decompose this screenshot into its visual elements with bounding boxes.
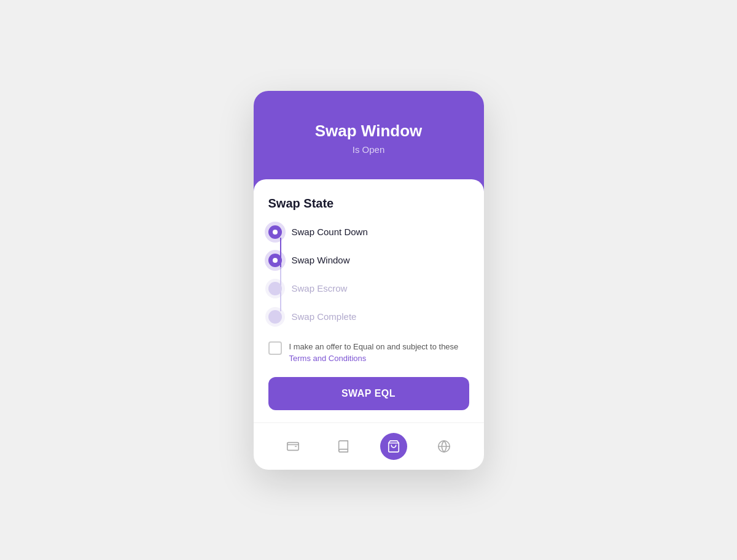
step-label-1: Swap Count Down bbox=[292, 227, 368, 237]
step-dot-2 bbox=[268, 254, 282, 267]
content-section: Swap State Swap Count Down Swap Window S… bbox=[254, 179, 484, 422]
list-item: Swap Window bbox=[268, 254, 469, 267]
steps-container: Swap Count Down Swap Window Swap Escrow … bbox=[268, 225, 469, 324]
phone-card: Swap Window Is Open Swap State Swap Coun… bbox=[254, 91, 484, 470]
nav-book[interactable] bbox=[330, 433, 357, 460]
terms-row: I make an offer to Equal on and subject … bbox=[268, 341, 469, 365]
step-dot-1 bbox=[268, 225, 282, 239]
swap-state-title: Swap State bbox=[268, 196, 469, 211]
svg-rect-0 bbox=[287, 442, 298, 450]
nav-bag[interactable] bbox=[380, 433, 407, 460]
nav-network[interactable] bbox=[431, 433, 458, 460]
bottom-nav bbox=[254, 422, 484, 470]
list-item: Swap Escrow bbox=[268, 282, 469, 295]
step-label-4: Swap Complete bbox=[292, 311, 357, 322]
list-item: Swap Complete bbox=[268, 310, 469, 324]
step-dot-4 bbox=[268, 310, 282, 324]
terms-text-before: I make an offer to Equal on and subject … bbox=[289, 342, 459, 351]
step-label-2: Swap Window bbox=[292, 255, 350, 265]
step-dot-3 bbox=[268, 282, 282, 295]
step-label-3: Swap Escrow bbox=[292, 283, 348, 294]
header-section: Swap Window Is Open bbox=[254, 91, 484, 192]
list-item: Swap Count Down bbox=[268, 225, 469, 239]
terms-checkbox[interactable] bbox=[268, 341, 282, 355]
terms-text: I make an offer to Equal on and subject … bbox=[289, 341, 469, 365]
step-connector bbox=[280, 238, 281, 311]
swap-eql-button[interactable]: Swap EQL bbox=[268, 377, 469, 410]
nav-wallet[interactable] bbox=[279, 433, 306, 460]
terms-link[interactable]: Terms and Conditions bbox=[289, 354, 367, 363]
header-subtitle: Is Open bbox=[268, 144, 469, 155]
header-title: Swap Window bbox=[268, 122, 469, 141]
